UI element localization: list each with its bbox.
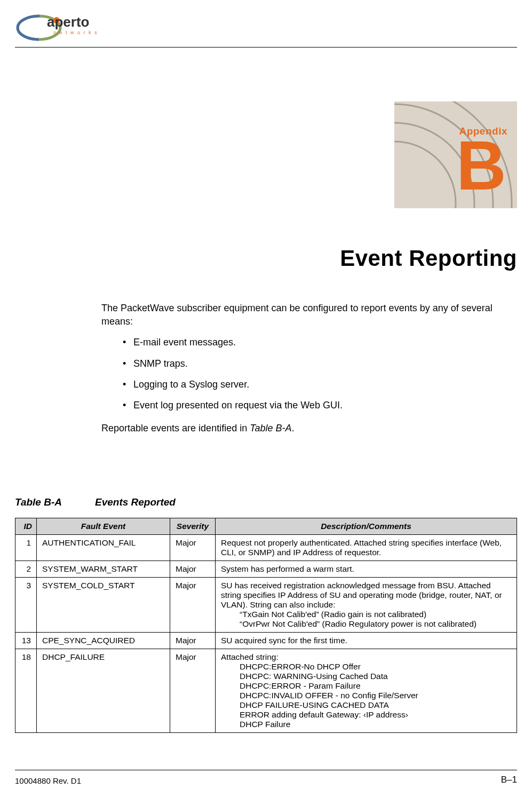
events-table: ID Fault Event Severity Description/Comm… — [15, 518, 517, 733]
means-list: E-mail event messages. SNMP traps. Loggi… — [123, 336, 517, 412]
footer-rule — [15, 770, 517, 770]
list-item: Logging to a Syslog server. — [123, 378, 517, 391]
footer-docrev: 10004880 Rev. D1 — [15, 776, 81, 785]
brand-logo: aperto n e t w o r k s — [15, 11, 111, 43]
list-item: SNMP traps. — [123, 357, 517, 370]
table-caption: Table B-AEvents Reported — [15, 496, 176, 508]
intro-paragraph: The PacketWave subscriber equipment can … — [101, 302, 517, 328]
th-description: Description/Comments — [216, 518, 517, 535]
body-content: The PacketWave subscriber equipment can … — [101, 302, 517, 443]
list-item: Event log presented on request via the W… — [123, 399, 517, 412]
table-row: 2 SYSTEM_WARM_START Major System has per… — [15, 561, 517, 578]
table-reference: Table B-A — [250, 423, 291, 433]
th-id: ID — [15, 518, 37, 535]
appendix-badge: Appendix B — [394, 101, 517, 208]
footer-pagenum: B–1 — [501, 775, 517, 785]
logo-tagline-text: n e t w o r k s — [53, 30, 98, 35]
th-severity: Severity — [170, 518, 216, 535]
logo-brand-text: aperto — [47, 14, 89, 30]
list-item: E-mail event messages. — [123, 336, 517, 349]
svg-point-6 — [394, 141, 456, 208]
table-header-row: ID Fault Event Severity Description/Comm… — [15, 518, 517, 535]
appendix-letter: B — [456, 131, 506, 200]
table-row: 1 AUTHENTICATION_FAIL Major Request not … — [15, 535, 517, 561]
header-rule — [15, 47, 517, 48]
page-title: Event Reporting — [340, 246, 517, 271]
table-row: 3 SYSTEM_COLD_START Major SU has receive… — [15, 578, 517, 633]
th-fault: Fault Event — [37, 518, 170, 535]
table-row: 13 CPE_SYNC_ACQUIRED Major SU acquired s… — [15, 633, 517, 649]
intro2-paragraph: Reportable events are identified in Tabl… — [101, 422, 517, 435]
table-row: 18 DHCP_FAILURE Major Attached string:DH… — [15, 649, 517, 733]
